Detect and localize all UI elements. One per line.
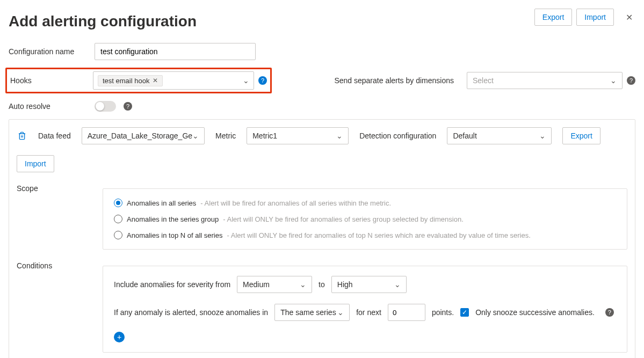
metric-export-button[interactable]: Export <box>562 127 600 144</box>
chevron-down-icon: ⌄ <box>337 308 344 317</box>
scope-option-all[interactable]: Anomalies in all series - Alert will be … <box>114 199 616 207</box>
delete-icon[interactable] <box>17 130 27 141</box>
hooks-tag-remove-icon[interactable]: ✕ <box>153 77 158 84</box>
severity-to-select[interactable]: High ⌄ <box>331 276 407 293</box>
severity-text: Include anomalies for severity from <box>114 280 230 289</box>
data-feed-select[interactable]: Azure_Data_Lake_Storage_Ge ⌄ <box>82 127 205 144</box>
successive-label: Only snooze successive anomalies. <box>475 308 595 317</box>
detection-config-label: Detection configuration <box>359 131 436 140</box>
snooze-scope-value: The same series <box>280 308 336 317</box>
snooze-scope-select[interactable]: The same series ⌄ <box>274 304 350 321</box>
snooze-text-a: If any anomaly is alerted, snooze anomal… <box>114 308 268 317</box>
import-button[interactable]: Import <box>576 9 614 26</box>
scope-option-title: Anomalies in the series group <box>127 215 219 223</box>
conditions-panel: Include anomalies for severity from Medi… <box>103 266 627 353</box>
chevron-down-icon: ⌄ <box>394 280 401 289</box>
chevron-down-icon: ⌄ <box>336 131 343 140</box>
export-button[interactable]: Export <box>534 9 572 26</box>
metric-value: Metric1 <box>252 131 277 140</box>
hooks-help-icon[interactable]: ? <box>258 76 267 85</box>
config-name-input[interactable] <box>95 43 256 60</box>
radio-icon <box>114 215 122 223</box>
config-name-label: Configuration name <box>9 47 95 56</box>
conditions-label: Conditions <box>17 258 103 270</box>
scope-option-title: Anomalies in all series <box>127 199 196 207</box>
hooks-select[interactable]: test email hook ✕ ⌄ <box>93 71 254 90</box>
dimensions-help-icon[interactable]: ? <box>627 76 635 85</box>
chevron-down-icon: ⌄ <box>539 131 546 140</box>
page-title: Add alerting configuration <box>9 13 197 30</box>
severity-to-value: High <box>337 280 353 289</box>
auto-resolve-toggle[interactable] <box>95 101 116 112</box>
hooks-tag: test email hook ✕ <box>98 75 163 86</box>
dimensions-select[interactable]: Select ⌄ <box>467 72 623 89</box>
chevron-down-icon: ⌄ <box>610 76 617 85</box>
data-feed-label: Data feed <box>38 131 71 140</box>
hooks-highlight: Hooks test email hook ✕ ⌄ ? <box>5 68 272 93</box>
scope-option-hint: - Alert will ONLY be fired for anomalies… <box>227 231 530 239</box>
top-actions: Export Import ✕ <box>534 9 635 26</box>
severity-from-select[interactable]: Medium ⌄ <box>237 276 312 293</box>
metric-import-button[interactable]: Import <box>17 155 54 172</box>
add-condition-button[interactable]: + <box>114 332 125 342</box>
radio-icon <box>114 199 122 207</box>
hooks-tag-label: test email hook <box>103 77 149 85</box>
severity-from-value: Medium <box>243 280 270 289</box>
chevron-down-icon: ⌄ <box>300 280 306 289</box>
metric-block: Data feed Azure_Data_Lake_Storage_Ge ⌄ M… <box>9 119 635 358</box>
hooks-label: Hooks <box>10 76 93 85</box>
successive-help-icon[interactable]: ? <box>605 308 614 317</box>
data-feed-value: Azure_Data_Lake_Storage_Ge <box>88 131 192 140</box>
close-icon[interactable]: ✕ <box>623 11 635 24</box>
metric-select[interactable]: Metric1 ⌄ <box>247 127 349 144</box>
dimensions-label: Send separate alerts by dimensions <box>334 76 454 85</box>
scope-option-hint: - Alert will be fired for anomalies of a… <box>200 199 391 207</box>
chevron-down-icon: ⌄ <box>192 131 199 140</box>
scope-option-topn[interactable]: Anomalies in top N of all series - Alert… <box>114 231 616 239</box>
detection-config-select[interactable]: Default ⌄ <box>447 127 552 144</box>
scope-label: Scope <box>17 181 103 193</box>
to-text: to <box>319 280 325 289</box>
radio-icon <box>114 231 122 239</box>
successive-checkbox[interactable]: ✓ <box>460 308 469 317</box>
chevron-down-icon: ⌄ <box>243 76 249 85</box>
scope-option-hint: - Alert will ONLY be fired for anomalies… <box>223 215 464 223</box>
scope-option-group[interactable]: Anomalies in the series group - Alert wi… <box>114 215 616 223</box>
snooze-count-input[interactable] <box>388 304 425 321</box>
scope-panel: Anomalies in all series - Alert will be … <box>103 188 627 250</box>
auto-resolve-label: Auto resolve <box>9 102 95 111</box>
dimensions-select-text: Select <box>473 76 494 85</box>
snooze-text-b: for next <box>356 308 381 317</box>
scope-option-title: Anomalies in top N of all series <box>127 231 222 239</box>
metric-label: Metric <box>215 131 236 140</box>
points-text: points. <box>432 308 454 317</box>
auto-resolve-help-icon[interactable]: ? <box>124 102 132 111</box>
detection-config-value: Default <box>453 131 476 140</box>
